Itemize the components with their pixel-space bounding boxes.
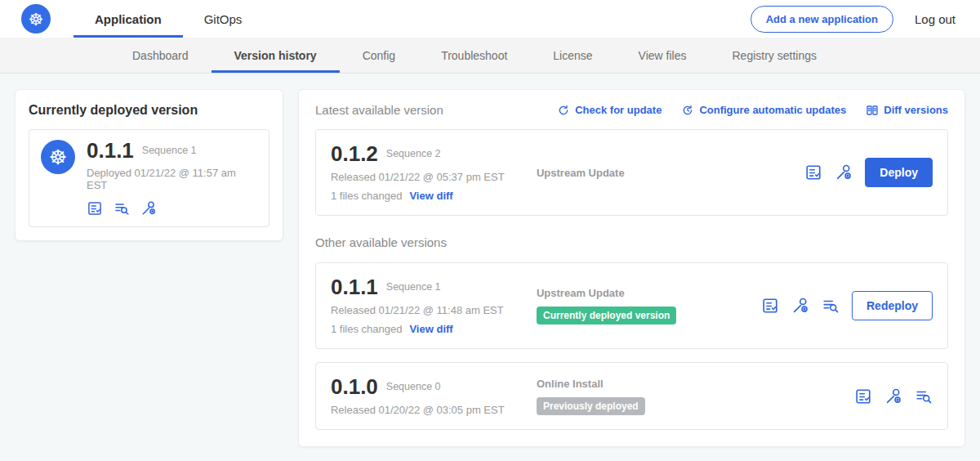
version-source: Upstream Update [537, 167, 761, 179]
available-versions-card: Latest available version Check for updat… [298, 89, 965, 447]
subnav-item-config[interactable]: Config [340, 38, 418, 73]
deployed-icon-row [87, 200, 257, 217]
subnav-label: Registry settings [732, 49, 816, 62]
version-sequence: Sequence 2 [386, 148, 441, 159]
preflight-checks-icon[interactable] [87, 200, 103, 217]
version-files: 1 files changed View diff [331, 323, 537, 335]
deployed-version-box: ☸ 0.1.1 Sequence 1 Deployed 01/21/22 @ 1… [29, 129, 270, 227]
version-actions: Deploy [804, 158, 933, 187]
deployed-version-number: 0.1.1 [87, 140, 134, 161]
version-info: 0.1.2 Sequence 2 Released 01/21/22 @ 05:… [331, 143, 537, 202]
version-released: Released 01/20/22 @ 03:05 pm EST [331, 404, 537, 416]
top-header: ☸ Application GitOps Add a new applicati… [0, 0, 980, 38]
header-right: Add a new application Log out [751, 6, 956, 33]
currently-deployed-title: Currently deployed version [29, 103, 270, 118]
edit-config-icon[interactable] [140, 200, 157, 217]
check-for-update-link[interactable]: Check for update [557, 104, 662, 117]
latest-available-title: Latest available version [315, 103, 443, 117]
view-diff-link[interactable]: View diff [409, 190, 452, 202]
version-files: 1 files changed View diff [331, 190, 537, 202]
kubernetes-helm-glyph: ☸ [29, 11, 44, 28]
redeploy-button[interactable]: Redeploy [852, 291, 933, 320]
subnav-label: Troubleshoot [441, 49, 507, 62]
deploy-logs-icon[interactable] [915, 387, 933, 405]
version-released: Released 01/21/22 @ 11:48 am EST [331, 304, 537, 316]
deploy-button[interactable]: Deploy [865, 158, 933, 187]
version-number: 0.1.1 [331, 276, 378, 298]
edit-config-icon[interactable] [884, 387, 902, 405]
add-application-button[interactable]: Add a new application [751, 6, 893, 33]
version-source-col: Upstream Update [537, 167, 761, 179]
tab-gitops-label: GitOps [204, 12, 243, 26]
version-number: 0.1.2 [331, 143, 378, 164]
version-info: 0.1.1 Sequence 1 Released 01/21/22 @ 11:… [331, 276, 537, 335]
currently-deployed-badge: Currently deployed version [537, 307, 676, 324]
main-content: Currently deployed version ☸ 0.1.1 Seque… [0, 74, 980, 461]
version-source-col: Upstream Update Currently deployed versi… [537, 287, 761, 324]
version-row-0.1.2: 0.1.2 Sequence 2 Released 01/21/22 @ 05:… [315, 129, 948, 216]
version-row-0.1.1: 0.1.1 Sequence 1 Released 01/21/22 @ 11:… [315, 262, 948, 349]
app-icon: ☸ [41, 140, 75, 174]
subnav-label: Dashboard [132, 49, 189, 62]
auto-updates-icon [681, 104, 694, 117]
currently-deployed-card: Currently deployed version ☸ 0.1.1 Seque… [15, 89, 283, 241]
kubernetes-helm-glyph: ☸ [49, 145, 67, 169]
check-for-update-label: Check for update [575, 104, 662, 116]
version-row-0.1.0: 0.1.0 Sequence 0 Released 01/20/22 @ 03:… [315, 362, 948, 430]
subnav-item-license[interactable]: License [530, 38, 615, 73]
tab-gitops[interactable]: GitOps [183, 0, 264, 38]
subnav-item-troubleshoot[interactable]: Troubleshoot [418, 38, 530, 73]
files-changed-label: 1 files changed [331, 190, 402, 202]
edit-config-icon[interactable] [835, 163, 853, 181]
available-actions: Check for update Configure automatic upd… [557, 104, 948, 117]
version-actions: Redeploy [761, 291, 933, 320]
version-source: Upstream Update [537, 287, 761, 299]
diff-versions-icon [866, 104, 879, 117]
version-released: Released 01/21/22 @ 05:37 pm EST [331, 171, 537, 183]
tab-application[interactable]: Application [74, 0, 183, 38]
subnav-label: License [553, 49, 592, 62]
subnav-item-registry-settings[interactable]: Registry settings [709, 38, 839, 73]
version-sequence: Sequence 0 [386, 381, 441, 392]
configure-automatic-updates-link[interactable]: Configure automatic updates [681, 104, 846, 117]
deploy-logs-icon[interactable] [822, 297, 840, 315]
diff-versions-link[interactable]: Diff versions [866, 104, 948, 117]
version-actions [854, 387, 933, 405]
app-subnav: Dashboard Version history Config Trouble… [0, 38, 980, 74]
view-diff-link[interactable]: View diff [409, 323, 452, 335]
deployed-version-sequence: Sequence 1 [142, 145, 197, 156]
other-available-title: Other available versions [315, 235, 948, 249]
preflight-checks-icon[interactable] [804, 163, 822, 181]
version-number: 0.1.0 [331, 376, 378, 397]
configure-automatic-updates-label: Configure automatic updates [699, 104, 846, 116]
subnav-label: View files [639, 49, 687, 62]
tab-application-label: Application [95, 12, 162, 26]
version-source: Online Install [537, 378, 761, 390]
subnav-label: Version history [234, 49, 317, 62]
available-header: Latest available version Check for updat… [315, 103, 948, 117]
deployed-version-info: 0.1.1 Sequence 1 Deployed 01/21/22 @ 11:… [87, 140, 257, 217]
files-changed-label: 1 files changed [331, 323, 402, 335]
previously-deployed-badge: Previously deployed [537, 397, 645, 415]
subnav-item-version-history[interactable]: Version history [212, 38, 340, 73]
subnav-item-view-files[interactable]: View files [616, 38, 710, 73]
header-tabs: Application GitOps [74, 0, 263, 38]
version-sequence: Sequence 1 [386, 281, 441, 293]
preflight-checks-icon[interactable] [761, 297, 779, 315]
preflight-checks-icon[interactable] [854, 387, 872, 405]
version-source-col: Online Install Previously deployed [537, 378, 761, 415]
subnav-label: Config [363, 49, 395, 62]
subnav-item-dashboard[interactable]: Dashboard [109, 38, 212, 73]
deploy-logs-icon[interactable] [114, 200, 130, 217]
check-update-icon [557, 104, 570, 117]
kubernetes-logo-icon: ☸ [21, 4, 51, 34]
edit-config-icon[interactable] [791, 297, 809, 315]
deployed-date: Deployed 01/21/22 @ 11:57 am EST [87, 167, 257, 191]
version-info: 0.1.0 Sequence 0 Released 01/20/22 @ 03:… [331, 376, 537, 416]
diff-versions-label: Diff versions [884, 104, 948, 116]
logout-link[interactable]: Log out [915, 12, 956, 26]
